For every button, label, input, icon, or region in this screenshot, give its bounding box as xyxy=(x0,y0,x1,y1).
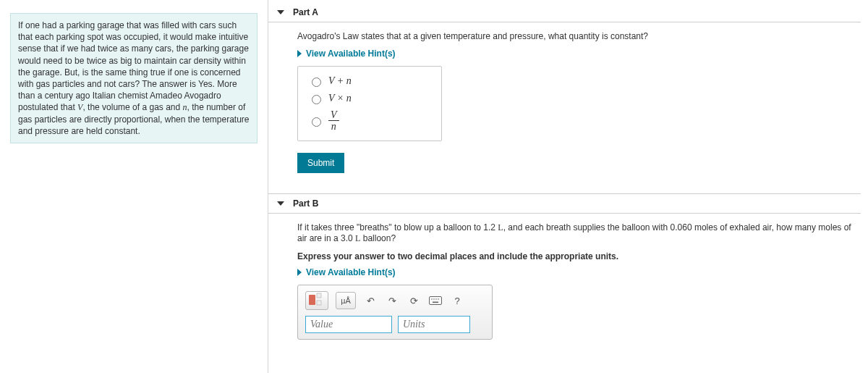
radio-option-2[interactable] xyxy=(312,95,321,104)
svg-rect-0 xyxy=(309,295,315,305)
chevron-right-icon xyxy=(297,50,302,57)
part-a-question: Avogadro's Law states that at a given te… xyxy=(297,31,861,41)
chevron-down-icon xyxy=(277,10,284,14)
units-input[interactable] xyxy=(398,316,470,333)
radio-option-3[interactable] xyxy=(312,117,321,127)
svg-rect-8 xyxy=(433,302,438,303)
chevron-right-icon xyxy=(297,269,302,276)
part-b-body: If it takes three "breaths" to blow up a… xyxy=(268,214,861,357)
svg-rect-1 xyxy=(317,293,321,298)
part-a-hint-toggle[interactable]: View Available Hint(s) xyxy=(297,49,396,59)
part-b-header[interactable]: Part B xyxy=(268,193,861,214)
svg-point-4 xyxy=(431,298,433,300)
undo-icon[interactable]: ↶ xyxy=(363,293,378,308)
option-3-label: V n xyxy=(328,110,339,132)
svg-point-6 xyxy=(435,298,437,300)
option-2[interactable]: V × n xyxy=(308,90,431,107)
redo-icon[interactable]: ↷ xyxy=(385,293,399,308)
radio-option-1[interactable] xyxy=(312,77,321,87)
hint-label: View Available Hint(s) xyxy=(306,49,396,59)
help-icon[interactable]: ? xyxy=(450,293,464,308)
info-text: If one had a parking garage that was fil… xyxy=(10,13,258,143)
reset-icon[interactable]: ⟳ xyxy=(407,293,421,308)
part-a-body: Avogadro's Law states that at a given te… xyxy=(268,22,861,190)
option-3[interactable]: V n xyxy=(308,107,431,135)
hint-label: View Available Hint(s) xyxy=(306,267,396,277)
svg-rect-2 xyxy=(317,301,321,305)
part-a-header[interactable]: Part A xyxy=(268,3,861,22)
svg-rect-3 xyxy=(430,297,442,305)
chevron-down-icon xyxy=(277,201,284,206)
part-b-label: Part B xyxy=(293,198,318,209)
sidebar: If one had a parking garage that was fil… xyxy=(0,0,268,156)
svg-point-7 xyxy=(438,298,439,300)
answer-toolbar: µÅ ↶ ↷ ⟳ ? xyxy=(301,288,489,313)
svg-point-5 xyxy=(433,298,435,300)
units-symbol-button[interactable]: µÅ xyxy=(336,292,356,309)
answer-widget: µÅ ↶ ↷ ⟳ ? xyxy=(297,285,493,340)
submit-button[interactable]: Submit xyxy=(297,153,344,173)
part-b-question: If it takes three "breaths" to blow up a… xyxy=(297,222,861,244)
part-a-options: V + n V × n V n xyxy=(297,66,442,141)
option-1[interactable]: V + n xyxy=(308,72,431,90)
keyboard-icon[interactable] xyxy=(428,293,443,308)
option-2-label: V × n xyxy=(328,93,352,104)
template-icon[interactable] xyxy=(305,291,328,310)
part-b-instruction: Express your answer to two decimal place… xyxy=(297,251,861,261)
value-input[interactable] xyxy=(305,316,392,333)
part-a-label: Part A xyxy=(293,7,318,17)
option-1-label: V + n xyxy=(328,75,352,87)
part-b-hint-toggle[interactable]: View Available Hint(s) xyxy=(297,267,396,277)
main-content: Part A Avogadro's Law states that at a g… xyxy=(268,0,868,373)
